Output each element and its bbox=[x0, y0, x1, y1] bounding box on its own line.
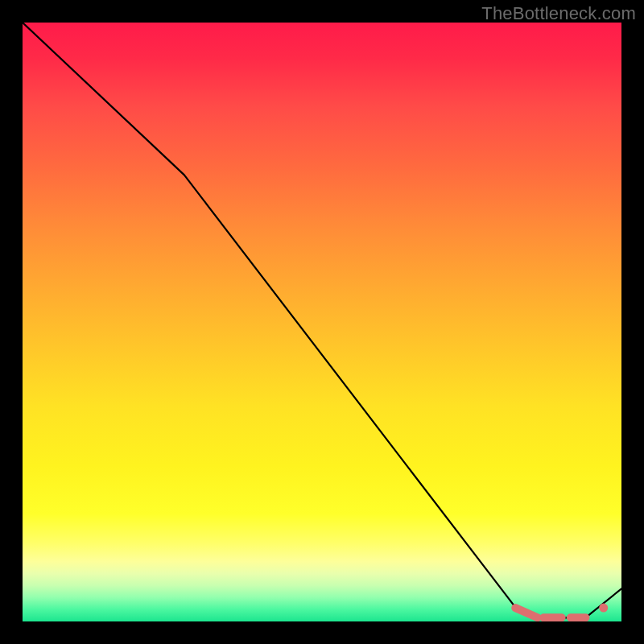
highlight-dot bbox=[599, 604, 608, 613]
chart-svg bbox=[23, 23, 621, 621]
plot-area bbox=[23, 23, 621, 621]
watermark-text: TheBottleneck.com bbox=[481, 3, 636, 24]
bottleneck-curve-line bbox=[23, 23, 621, 617]
highlight-segment bbox=[515, 608, 538, 617]
chart-frame: TheBottleneck.com bbox=[0, 0, 644, 644]
